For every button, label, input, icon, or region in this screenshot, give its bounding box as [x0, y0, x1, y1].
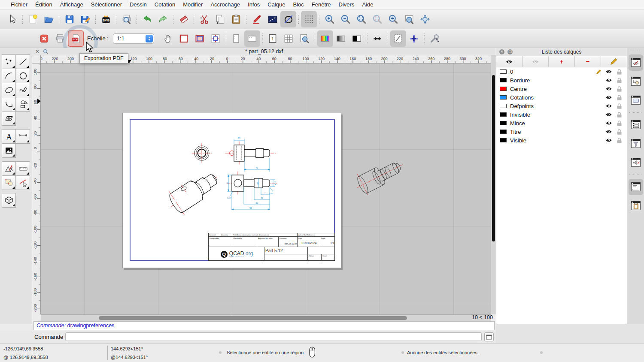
text-tools-button[interactable]: A [2, 129, 16, 144]
layer-lock-icon[interactable] [614, 77, 624, 84]
drawing-canvas[interactable]: ø6 41 [41, 63, 491, 314]
zoom-out-button[interactable] [337, 11, 353, 27]
add-layer-button[interactable]: + [549, 56, 575, 67]
zoom-previous-button[interactable] [385, 11, 401, 27]
layer-lock-icon[interactable] [614, 137, 624, 144]
menu-selectionner[interactable]: Sélectionner [87, 1, 126, 8]
close-document-button[interactable] [36, 30, 52, 47]
pan-hand-button[interactable] [160, 30, 176, 47]
dock-drag-handle[interactable]: ····· [630, 48, 641, 53]
command-options-button[interactable] [484, 332, 494, 341]
dock-viewport-button[interactable] [629, 154, 643, 171]
menu-fenetre[interactable]: Fenêtre [308, 1, 335, 8]
restriction-none-button[interactable] [280, 11, 296, 27]
file-save-button[interactable] [61, 11, 77, 27]
layer-visibility-eye-icon[interactable] [604, 68, 614, 75]
shape-tools-button[interactable] [16, 97, 30, 112]
paper-borders-button[interactable] [176, 30, 192, 47]
layer-row[interactable]: Titre [496, 127, 627, 136]
file-save-as-button[interactable] [77, 11, 93, 27]
command-input[interactable] [65, 332, 482, 341]
layer-lock-icon[interactable] [614, 112, 624, 118]
color-full-button[interactable] [317, 30, 333, 47]
measure-tools-button[interactable] [16, 161, 30, 176]
dock-clipboard-button[interactable] [629, 198, 643, 214]
app-preferences-button[interactable] [427, 30, 443, 47]
linetype-button[interactable] [264, 11, 280, 27]
print-preview-button[interactable] [118, 11, 134, 27]
paper-borders-blue-button[interactable] [192, 30, 208, 47]
eraser-button[interactable] [176, 11, 191, 27]
lineweight-button[interactable] [370, 30, 386, 47]
pdf-export-button[interactable]: PDF [68, 30, 84, 47]
arc-tools-button[interactable] [2, 69, 16, 83]
modify-tools-button[interactable] [2, 175, 16, 190]
dock-command-line-button[interactable] [629, 179, 643, 195]
draft-mode-button[interactable] [390, 30, 406, 47]
circle-tools-button[interactable] [16, 69, 30, 83]
paste-button[interactable] [228, 11, 244, 27]
dock-selection-filter-button[interactable] [629, 136, 643, 152]
layer-edit-pencil-icon[interactable] [593, 69, 604, 75]
remove-layer-button[interactable]: − [575, 56, 601, 67]
menu-affichage[interactable]: Affichage [56, 1, 87, 8]
dimension-tools-button[interactable] [16, 129, 30, 144]
vertical-scrollbar[interactable] [491, 55, 496, 314]
layer-lock-icon[interactable] [614, 120, 624, 127]
menu-fichier[interactable]: Fichier [7, 1, 31, 8]
zoom-window-button[interactable] [401, 11, 417, 27]
layer-visibility-eye-icon[interactable] [604, 94, 614, 101]
layer-row[interactable]: Defpoints [496, 102, 627, 110]
print-button[interactable] [52, 30, 68, 47]
dock-property-editor-button[interactable] [629, 117, 643, 133]
horizontal-scrollbar[interactable] [41, 314, 491, 321]
color-gray-button[interactable] [333, 30, 349, 47]
redo-button[interactable] [155, 11, 171, 27]
menu-dessin[interactable]: Dessin [126, 1, 151, 8]
cursor-arrow-button[interactable] [4, 11, 20, 27]
layer-visibility-eye-icon[interactable] [604, 111, 614, 118]
layer-visibility-eye-icon[interactable] [604, 137, 614, 144]
layer-row[interactable]: 0 [496, 67, 627, 76]
menu-edition[interactable]: Édition [31, 1, 56, 8]
scale-stepper-icon[interactable]: ▲▼ [146, 35, 153, 42]
dock-view-list-button[interactable] [629, 92, 643, 109]
undo-button[interactable] [139, 11, 155, 27]
point-tools-button[interactable] [2, 54, 16, 69]
layer-lock-icon[interactable] [614, 103, 624, 109]
layer-visibility-eye-icon[interactable] [604, 103, 614, 109]
scale-select[interactable]: 1:1 ▲▼ [113, 33, 154, 44]
cut-button[interactable] [196, 11, 212, 27]
menu-bloc[interactable]: Bloc [289, 1, 307, 8]
hide-all-layers-button[interactable] [522, 56, 549, 67]
layer-row[interactable]: Mince [496, 119, 627, 127]
hatch-tools-button[interactable] [2, 111, 16, 126]
dock-layer-list-button[interactable] [629, 54, 643, 71]
edit-layer-button[interactable] [601, 56, 627, 67]
page-portrait-button[interactable] [228, 30, 244, 47]
file-new-button[interactable] [25, 11, 41, 27]
layer-lock-icon[interactable] [614, 129, 624, 135]
zoom-auto-button[interactable] [353, 11, 369, 27]
auto-fit-border-button[interactable] [208, 30, 224, 47]
page-single-button[interactable]: 1 [265, 30, 281, 47]
dock-block-list-button[interactable] [629, 73, 643, 90]
file-open-button[interactable] [41, 11, 57, 27]
zoom-in-button[interactable] [322, 11, 337, 27]
horizontal-scrollbar-thumb[interactable] [99, 316, 407, 320]
zoom-pan-button[interactable] [417, 11, 433, 27]
menu-modifier[interactable]: Modifier [179, 1, 207, 8]
ellipse-tools-button[interactable] [2, 83, 16, 97]
property-pen-button[interactable] [249, 11, 264, 27]
menu-infos[interactable]: Infos [244, 1, 264, 8]
layer-row[interactable]: Cotations [496, 93, 627, 102]
page-landscape-button[interactable] [244, 30, 260, 47]
zoom-selection-button[interactable] [369, 11, 385, 27]
color-bw-button[interactable] [349, 30, 365, 47]
spline-tools-button[interactable] [16, 83, 30, 97]
layer-lock-icon[interactable] [614, 69, 624, 75]
svg-export-button[interactable]: SVG [98, 11, 114, 27]
menu-aide[interactable]: Aide [358, 1, 377, 8]
layer-visibility-eye-icon[interactable] [604, 77, 614, 84]
layer-lock-icon[interactable] [614, 86, 624, 92]
